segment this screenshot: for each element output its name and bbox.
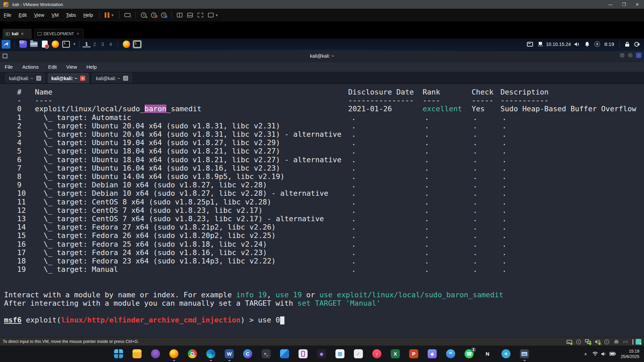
menu-edit[interactable]: Edit (15, 12, 31, 18)
file-manager-launcher[interactable] (30, 40, 38, 49)
firefox-launcher[interactable] (51, 40, 60, 49)
terminal-menu-view[interactable]: View (66, 64, 77, 70)
word-icon[interactable]: W (225, 349, 234, 358)
folder-icon (30, 42, 38, 47)
gitkraken-icon[interactable] (151, 349, 160, 358)
maximize-icon[interactable]: ▢ (628, 53, 633, 58)
terminal-tab-2-active[interactable]: kali@kali: ~ × (48, 73, 89, 83)
fullscreen-icon (198, 13, 203, 17)
firefox-icon[interactable] (169, 349, 178, 358)
whatsapp-icon[interactable]: ☎2 (465, 349, 474, 358)
show-library-button[interactable] (174, 10, 185, 20)
file-explorer-icon[interactable] (132, 349, 142, 358)
menu-view[interactable]: View (31, 12, 48, 18)
send-ctrl-alt-del-button[interactable] (122, 10, 133, 20)
windows-terminal-icon[interactable]: >_ (262, 349, 271, 358)
signal-icon[interactable] (623, 339, 629, 345)
network-adapter-icon[interactable] (585, 339, 591, 345)
windows-taskbar: WC>_◆⊞✓♪XP◆❝☎2N✈ ∧ 15:19 25/6/2025 (0, 346, 644, 362)
apple-music-icon[interactable]: ♪ (372, 349, 381, 358)
notifications-bell-icon[interactable] (585, 42, 590, 47)
minimize-button[interactable]: — (604, 0, 617, 9)
taskbar-terminal-window[interactable]: $_ (133, 40, 142, 49)
obsidian-icon[interactable]: ◆ (317, 349, 326, 358)
suspend-vm-button[interactable]: ▼ (102, 10, 116, 20)
display-mode-button[interactable]: ▼ (206, 10, 221, 20)
revert-snapshot-button[interactable]: ↺ (149, 10, 159, 20)
terminal-tab-1[interactable]: kali@kali: ~ × (5, 73, 45, 83)
close-icon[interactable]: × (636, 53, 641, 58)
cd-rom-icon[interactable] (576, 339, 582, 345)
tray-time: 15:19 (621, 349, 639, 354)
start-icon[interactable] (114, 349, 123, 358)
vm-stopped-icon (38, 32, 42, 36)
terminal-menu-edit[interactable]: Edit (48, 64, 57, 70)
terminal-tab-3[interactable]: kali@kali: ~ × (92, 73, 132, 83)
menu-tabs[interactable]: Tabs (62, 12, 80, 18)
workspace-1[interactable]: 1 (83, 41, 91, 47)
chat-app-icon[interactable]: ❝ (446, 349, 455, 358)
taskbar-firefox-window[interactable] (122, 40, 131, 49)
show-console-button[interactable] (185, 10, 195, 20)
terminal-titlebar[interactable]: kali@kali: ~ – ▢ × (0, 51, 644, 62)
printer-icon[interactable] (613, 339, 619, 345)
menu-file[interactable]: File (0, 12, 15, 18)
text-editor-launcher[interactable] (40, 40, 49, 49)
menu-help[interactable]: Help (79, 12, 97, 18)
power-manager-icon[interactable] (594, 41, 600, 47)
minimize-icon[interactable]: – (620, 53, 625, 58)
fullscreen-button[interactable] (195, 10, 206, 20)
close-tab-icon[interactable]: × (77, 32, 79, 36)
terminal-console[interactable]: #NameDisclosure DateRankCheckDescription… (0, 84, 644, 337)
workspace-3[interactable]: 3 (99, 41, 107, 47)
terminal-menu-help[interactable]: Help (86, 64, 97, 70)
vm-tab-development[interactable]: DEVELOPMENT × (35, 29, 84, 39)
terminal-menu-actions[interactable]: Actions (22, 64, 39, 70)
notion-icon[interactable]: N (483, 349, 492, 358)
display-icon[interactable] (527, 42, 533, 47)
telegram-icon[interactable]: ✈ (501, 349, 511, 358)
chrome-icon[interactable] (188, 349, 197, 358)
tray-hidden-icons-chevron[interactable]: ∧ (584, 352, 587, 356)
take-snapshot-button[interactable]: + (139, 10, 149, 20)
close-tab-icon[interactable]: × (21, 32, 23, 36)
vm-tab-kali[interactable]: kali × (3, 29, 32, 39)
vmware-workstation-icon[interactable] (520, 349, 529, 358)
kali-menu-button[interactable] (2, 40, 10, 49)
powerpoint-icon[interactable]: P (409, 349, 418, 358)
tray-clock[interactable]: 15:19 25/6/2025 (621, 349, 639, 359)
hard-disk-icon[interactable] (566, 339, 572, 345)
checkmark-app-icon[interactable]: ✓ (354, 349, 363, 358)
phone-link-icon[interactable] (299, 349, 308, 358)
terminal-menu-file[interactable]: File (5, 64, 13, 70)
menu-vm[interactable]: VM (48, 12, 62, 18)
kite-app-icon[interactable]: ◆ (428, 349, 437, 358)
workspace-2[interactable]: 2 (91, 41, 99, 47)
snapshot-manager-button[interactable]: ⚙ (159, 10, 169, 20)
toolbar-separator (171, 11, 172, 19)
workspace-4[interactable]: 4 (107, 41, 115, 47)
message-log-icon[interactable] (636, 339, 641, 345)
close-tab-icon[interactable]: × (36, 76, 41, 81)
logout-icon[interactable] (634, 42, 640, 47)
maximize-button[interactable]: ❐ (617, 0, 631, 9)
ethernet-icon[interactable] (538, 42, 543, 47)
ms-store-icon[interactable]: ⊞ (335, 349, 344, 358)
excel-icon[interactable]: X (391, 349, 400, 358)
edge-icon[interactable] (206, 349, 215, 358)
panel-clock[interactable]: 8:19 (604, 41, 614, 47)
close-tab-icon[interactable]: × (123, 76, 128, 81)
usb-icon[interactable] (604, 339, 610, 345)
sound-icon[interactable] (594, 339, 600, 345)
vscode-icon[interactable] (280, 349, 289, 358)
close-tab-icon[interactable]: × (80, 76, 85, 81)
running-indicator (210, 360, 212, 361)
close-button[interactable]: ✕ (631, 0, 644, 9)
volume-icon[interactable] (574, 42, 580, 47)
lock-screen-icon[interactable] (625, 42, 630, 47)
tray-quick-settings[interactable] (592, 352, 616, 356)
canva-icon[interactable]: C (243, 349, 252, 358)
terminal-launcher[interactable]: $_ (62, 40, 70, 49)
chevron-down-icon[interactable]: ▼ (73, 42, 76, 46)
window-manager-launcher[interactable] (19, 40, 28, 49)
